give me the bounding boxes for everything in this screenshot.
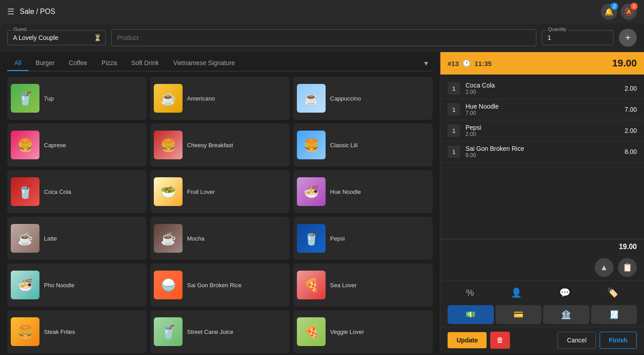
product-card[interactable]: ☕ Cappuccino bbox=[293, 77, 433, 120]
product-card[interactable]: 🥤 Pepsi bbox=[293, 217, 433, 260]
product-thumb: 🍜 bbox=[297, 177, 326, 206]
product-card[interactable]: 🥤 7up bbox=[7, 77, 147, 120]
product-card[interactable]: 🍔 Steak Frites bbox=[7, 310, 147, 353]
product-thumb: 🍔 bbox=[11, 317, 39, 346]
product-name: Coca Cola bbox=[44, 188, 71, 195]
product-name: 7up bbox=[44, 95, 54, 102]
tag-icon[interactable]: 🏷️ bbox=[604, 285, 622, 300]
tab-all[interactable]: All bbox=[7, 56, 29, 71]
bank-button[interactable]: 🏦 bbox=[543, 305, 589, 324]
header: ☰ Sale / POS 🔔 2 🔕 0 bbox=[0, 0, 644, 23]
product-thumb: ☕ bbox=[154, 224, 183, 253]
product-card[interactable]: 🍜 Hue Noodle bbox=[293, 170, 433, 213]
product-input[interactable] bbox=[111, 29, 536, 46]
order-item-details: Pepsi 2.00 bbox=[466, 124, 619, 137]
product-thumb: 🍔 bbox=[297, 131, 326, 159]
product-thumb: 🥗 bbox=[154, 177, 183, 206]
tab-pizza[interactable]: Pizza bbox=[95, 56, 124, 71]
product-name: Cappuccino bbox=[330, 95, 361, 102]
guest-field: Guest ⏳ bbox=[7, 30, 106, 45]
header-icons: 🔔 2 🔕 0 bbox=[601, 4, 637, 20]
product-card[interactable]: 🍔 Classic Lili bbox=[293, 123, 433, 167]
add-button[interactable]: + bbox=[619, 29, 637, 47]
left-panel: All Burger Coffee Pizza Soft Drink Vietn… bbox=[0, 52, 440, 353]
chat-icon[interactable]: 💬 bbox=[556, 285, 574, 300]
product-name: Latte bbox=[44, 235, 57, 242]
tab-coffee[interactable]: Coffee bbox=[62, 56, 95, 71]
alert-button[interactable]: 🔕 0 bbox=[621, 4, 637, 20]
order-item-total: 2.00 bbox=[625, 127, 637, 134]
quantity-input[interactable] bbox=[542, 30, 614, 45]
order-item-total: 7.00 bbox=[625, 106, 637, 113]
product-card[interactable]: ☕ Latte bbox=[7, 217, 147, 260]
order-item-name: Coca Cola bbox=[466, 82, 619, 89]
product-thumb: ☕ bbox=[11, 224, 39, 253]
product-field bbox=[111, 29, 536, 46]
quantity-label: Quantity bbox=[546, 26, 568, 32]
discount-icon[interactable]: % bbox=[462, 285, 478, 300]
order-item-name: Sai Gon Broken Rice bbox=[466, 145, 619, 152]
update-button[interactable]: Update bbox=[448, 332, 487, 348]
guest-input[interactable] bbox=[7, 30, 106, 45]
order-item-total: 2.00 bbox=[625, 85, 637, 92]
cancel-button[interactable]: Cancel bbox=[557, 332, 596, 349]
bell-badge: 2 bbox=[611, 3, 618, 10]
product-card[interactable]: 🍕 Veggie Lover bbox=[293, 310, 433, 353]
product-name: Sai Gon Broken Rice bbox=[187, 282, 241, 289]
card-button[interactable]: 💳 bbox=[496, 305, 542, 324]
order-total-header: 19.00 bbox=[612, 57, 637, 69]
order-item-details: Sai Gon Broken Rice 8.00 bbox=[466, 145, 619, 158]
order-item-unit-price: 2.00 bbox=[466, 89, 619, 95]
product-name: Veggie Lover bbox=[330, 329, 364, 335]
payment-methods-row: 💵 💳 🏦 🧾 bbox=[440, 302, 644, 327]
order-item-unit-price: 2.00 bbox=[466, 131, 619, 137]
order-grand-total: 19.00 bbox=[440, 239, 644, 254]
finish-button[interactable]: Finish bbox=[600, 332, 637, 349]
product-name: Cheesy Breakfast bbox=[187, 142, 233, 149]
product-name: Caprese bbox=[44, 142, 66, 149]
order-header: #13 🕐 11:35 19.00 bbox=[440, 52, 644, 75]
product-name: Pepsi bbox=[330, 235, 345, 242]
product-card[interactable]: 🥤 Street Cane Juice bbox=[150, 310, 290, 353]
product-name: Americano bbox=[187, 95, 215, 102]
product-card[interactable]: 🍜 Pho Noodle bbox=[7, 263, 147, 307]
bell-button[interactable]: 🔔 2 bbox=[601, 4, 617, 20]
product-grid: 🥤 7up ☕ Americano ☕ Cappuccino 🍔 Caprese… bbox=[7, 77, 433, 353]
product-card[interactable]: ☕ Americano bbox=[150, 77, 290, 120]
product-name: Classic Lili bbox=[330, 142, 357, 149]
product-thumb: 🍕 bbox=[297, 271, 326, 299]
tab-vietnamese-signature[interactable]: Vietnamese Signature bbox=[166, 56, 242, 71]
product-thumb: 🍕 bbox=[297, 317, 326, 346]
tab-soft-drink[interactable]: Soft Drink bbox=[124, 56, 166, 71]
product-name: Fruit Lover bbox=[187, 188, 215, 195]
notes-button[interactable]: 📋 bbox=[618, 258, 637, 277]
product-thumb: 🥤 bbox=[11, 84, 39, 113]
product-name: Steak Frites bbox=[44, 329, 75, 335]
product-card[interactable]: 🍔 Caprese bbox=[7, 123, 147, 167]
product-card[interactable]: 🍔 Cheesy Breakfast bbox=[150, 123, 290, 167]
order-item: 1 Pepsi 2.00 2.00 bbox=[440, 120, 644, 141]
product-thumb: 🥤 bbox=[154, 317, 183, 346]
product-card[interactable]: 🍕 Sea Lover bbox=[293, 263, 433, 307]
cash-button[interactable]: 💵 bbox=[448, 305, 494, 324]
delete-button[interactable]: 🗑 bbox=[490, 332, 510, 349]
order-item: 1 Hue Noodle 7.00 7.00 bbox=[440, 99, 644, 120]
product-card[interactable]: 🥤 Coca Cola bbox=[7, 170, 147, 213]
customer-icon[interactable]: 👤 bbox=[507, 285, 526, 300]
order-item-total: 8.00 bbox=[625, 148, 637, 155]
bottom-buttons: Update 🗑 Cancel Finish bbox=[440, 327, 644, 353]
product-card[interactable]: ☕ Mocha bbox=[150, 217, 290, 260]
category-dropdown-icon[interactable]: ▼ bbox=[419, 56, 433, 70]
up-button[interactable]: ▲ bbox=[595, 258, 614, 277]
product-name: Street Cane Juice bbox=[187, 329, 233, 335]
guest-label: Guest bbox=[12, 26, 28, 32]
order-item-details: Coca Cola 2.00 bbox=[466, 82, 619, 95]
menu-icon[interactable]: ☰ bbox=[7, 7, 14, 17]
order-id: #13 bbox=[448, 60, 459, 67]
product-card[interactable]: 🥗 Fruit Lover bbox=[150, 170, 290, 213]
receipt-button[interactable]: 🧾 bbox=[591, 305, 637, 324]
product-thumb: 🍔 bbox=[154, 131, 183, 159]
product-name: Sea Lover bbox=[330, 282, 357, 289]
product-card[interactable]: 🍚 Sai Gon Broken Rice bbox=[150, 263, 290, 307]
tab-burger[interactable]: Burger bbox=[29, 56, 62, 71]
